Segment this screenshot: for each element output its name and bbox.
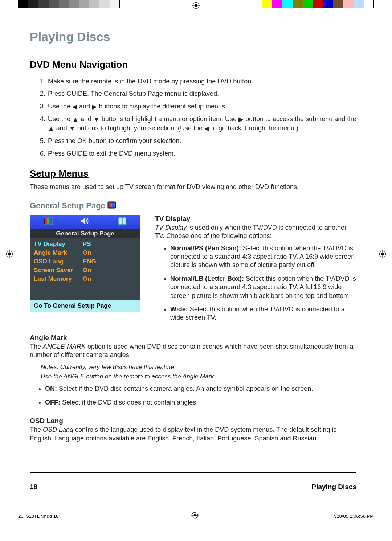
option-label: OFF: — [45, 399, 60, 406]
heading-setup-menus: Setup Menus — [30, 168, 356, 179]
navigation-steps: Make sure the remote is in the DVD mode … — [30, 77, 356, 158]
up-arrow-icon: ▲ — [72, 115, 79, 124]
italic: OSD Lang — [43, 426, 73, 433]
osd-key: OSD Lang — [34, 258, 83, 265]
tv-icon — [44, 217, 53, 226]
left-arrow-icon: ◀ — [204, 124, 209, 133]
osd-row: OSD LangENG — [34, 257, 137, 266]
svg-rect-16 — [112, 203, 114, 207]
down-arrow-icon: ▼ — [69, 124, 75, 133]
osd-rows: TV DisplayPS Angle MarkOn OSD LangENG Sc… — [30, 238, 140, 300]
imposition-timestamp: 7/28/05 2:06:56 PM — [333, 513, 374, 519]
option-label: Normal/LB (Letter Box): — [170, 275, 244, 282]
imposition-footer: 20F510TDr.indd 18 7/28/05 2:06:56 PM — [18, 512, 374, 520]
heading-tv-display: TV Display — [155, 215, 356, 223]
list-item: Press the OK button to confirm your sele… — [47, 136, 356, 145]
text: The — [30, 426, 43, 433]
svg-rect-15 — [111, 203, 112, 207]
footer-section: Playing Discs — [311, 483, 356, 491]
setup-menus-desc: These menus are used to set up TV screen… — [30, 183, 356, 192]
crop-mark — [0, 16, 16, 16]
osd-val: ENG — [83, 258, 96, 265]
tv-display-desc: TV Display is used only when the TV/DVD … — [155, 224, 356, 241]
osd-val: On — [83, 249, 91, 257]
text: to go back through the menu.) — [211, 124, 298, 132]
text: Select this option when the TV/DVD is co… — [170, 306, 345, 321]
registration-mark-icon — [5, 250, 14, 258]
list-item: Make sure the remote is in the DVD mode … — [47, 77, 356, 86]
italic: TV Display — [155, 224, 187, 231]
osd-val: On — [83, 267, 91, 274]
svg-rect-19 — [47, 218, 49, 224]
page-footer: 18 Playing Discs — [30, 472, 356, 491]
registration-mark-icon — [191, 512, 200, 520]
text: buttons to highlight your selection. (Us… — [77, 124, 204, 132]
text: buttons to highlight a menu or option it… — [102, 115, 238, 123]
tv-display-options: Normal/PS (Pan Scan): Select this option… — [155, 244, 356, 322]
osd-title: -- General Setup Page -- — [30, 229, 140, 238]
print-color-bar — [0, 0, 392, 11]
osd-footer: Go To General Setup Page — [30, 300, 140, 312]
option-label: ON: — [45, 385, 57, 392]
note: Notes: Currently, very few discs have th… — [41, 363, 356, 372]
text: buttons to display the different setup m… — [99, 103, 227, 110]
down-arrow-icon: ▼ — [93, 115, 100, 124]
osd-row: Screen SaverOn — [34, 266, 137, 275]
heading-dvd-menu-navigation: DVD Menu Navigation — [30, 59, 356, 70]
up-arrow-icon: ▲ — [48, 124, 54, 133]
svg-rect-20 — [49, 218, 52, 224]
text: Select if the DVD disc does not contain … — [60, 399, 198, 406]
svg-rect-14 — [109, 203, 111, 207]
left-arrow-icon: ◀ — [72, 102, 77, 111]
text: Use the — [48, 103, 72, 110]
italic: ANGLE MARK — [43, 343, 86, 350]
grayscale-swatches — [18, 0, 130, 11]
text: and — [81, 115, 93, 123]
section-title: Playing Discs — [30, 30, 356, 45]
imposition-file: 20F510TDr.indd 18 — [18, 513, 58, 519]
text: controls the language used to display te… — [30, 426, 336, 442]
list-item: OFF: Select if the DVD disc does not con… — [45, 398, 356, 407]
speaker-icon — [80, 217, 91, 226]
osd-row: TV DisplayPS — [34, 240, 137, 249]
window-icon — [118, 217, 127, 226]
osd-row: Angle MarkOn — [34, 249, 137, 257]
text: Use the — [48, 115, 72, 123]
heading-general-setup-page: General Setup Page — [30, 201, 105, 210]
color-swatches — [262, 0, 374, 11]
text: button to access the submenu and the — [245, 115, 356, 123]
note: Use the ANGLE button on the remote to ac… — [41, 373, 356, 381]
list-item: ON: Select if the DVD disc contains came… — [45, 385, 356, 393]
list-item: Wide: Select this option when the TV/DVD… — [170, 305, 356, 322]
registration-mark-icon — [378, 250, 387, 258]
osd-screenshot: -- General Setup Page -- TV DisplayPS An… — [30, 215, 140, 312]
osd-val: PS — [83, 241, 91, 248]
list-item: Use the ◀ and ▶ buttons to display the d… — [47, 102, 356, 111]
svg-rect-18 — [45, 218, 47, 224]
osd-key: TV Display — [34, 241, 83, 248]
osd-row: Last MemoryOn — [34, 275, 137, 283]
osd-val: On — [83, 275, 91, 283]
option-label: Wide: — [170, 306, 188, 313]
page-content: Playing Discs DVD Menu Navigation Make s… — [30, 30, 356, 446]
text: Select if the DVD disc contains camera a… — [57, 385, 313, 392]
osd-lang-desc: The OSD Lang controls the language used … — [30, 426, 356, 443]
text: and — [79, 103, 92, 110]
list-item: Normal/PS (Pan Scan): Select this option… — [170, 244, 356, 270]
heading-osd-lang: OSD Lang — [30, 417, 356, 425]
angle-mark-options: ON: Select if the DVD disc contains came… — [30, 385, 356, 407]
angle-mark-desc: The ANGLE MARK option is used when DVD d… — [30, 343, 356, 360]
osd-key: Angle Mark — [34, 249, 83, 257]
heading-angle-mark: Angle Mark — [30, 334, 356, 342]
option-label: Normal/PS (Pan Scan): — [170, 245, 241, 252]
right-arrow-icon: ▶ — [238, 115, 244, 124]
list-item: Use the ▲ and ▼ buttons to highlight a m… — [47, 115, 356, 133]
page-number: 18 — [30, 483, 37, 491]
osd-key: Last Memory — [34, 275, 83, 283]
osd-key: Screen Saver — [34, 267, 83, 274]
tv-icon — [107, 201, 116, 210]
crop-mark — [16, 0, 16, 16]
list-item: Press GUIDE to exit the DVD menu system. — [47, 149, 356, 158]
list-item: Press GUIDE. The General Setup Page menu… — [47, 89, 356, 98]
text: and — [56, 124, 69, 132]
